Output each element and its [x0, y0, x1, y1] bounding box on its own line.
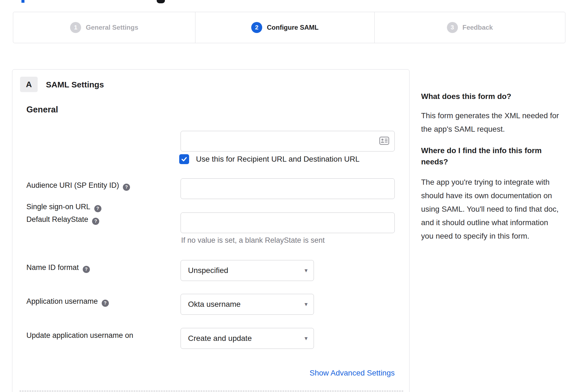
audience-uri-label: Audience URI (SP Entity ID)?	[26, 181, 130, 191]
sso-url-input[interactable]	[181, 131, 395, 151]
contact-card-icon	[379, 137, 389, 145]
step-2-badge: 2	[251, 22, 262, 33]
chevron-down-icon: ▾	[305, 335, 308, 341]
chevron-down-icon: ▾	[305, 301, 308, 307]
sso-url-label: Single sign-on URL?	[26, 203, 101, 212]
relay-state-hint: If no value is set, a blank RelayState i…	[181, 236, 325, 245]
step-configure-saml[interactable]: 2 Configure SAML	[195, 12, 374, 43]
audience-uri-input[interactable]	[181, 178, 395, 199]
cropped-header-accent	[21, 0, 24, 3]
chevron-down-icon: ▾	[305, 267, 308, 274]
recipient-url-checkbox[interactable]	[179, 154, 189, 164]
name-id-format-select[interactable]: Unspecified ▾	[181, 260, 314, 281]
step-3-badge: 3	[447, 22, 458, 33]
recipient-url-checkbox-row: Use this for Recipient URL and Destinati…	[179, 154, 360, 164]
help-icon[interactable]: ?	[102, 300, 109, 307]
help-icon[interactable]: ?	[123, 184, 130, 191]
step-1-badge: 1	[70, 22, 81, 33]
step-1-label: General Settings	[86, 24, 138, 31]
step-feedback[interactable]: 3 Feedback	[374, 12, 565, 43]
relay-state-label: Default RelayState?	[26, 215, 99, 225]
section-dashed-divider	[20, 391, 403, 391]
app-username-select[interactable]: Okta username ▾	[181, 294, 314, 315]
relay-state-input[interactable]	[181, 212, 395, 233]
name-id-format-label: Name ID format?	[26, 263, 90, 273]
app-username-label: Application username?	[26, 297, 109, 307]
update-username-value: Create and update	[188, 334, 252, 343]
section-a-badge: A	[20, 77, 38, 92]
step-general-settings[interactable]: 1 General Settings	[13, 12, 195, 43]
app-username-value: Okta username	[188, 300, 240, 309]
section-title: SAML Settings	[46, 80, 104, 89]
wizard-stepper: 1 General Settings 2 Configure SAML 3 Fe…	[13, 12, 565, 43]
help-icon[interactable]: ?	[83, 266, 90, 273]
name-id-format-value: Unspecified	[188, 266, 228, 275]
checkmark-icon	[181, 156, 188, 163]
help-icon[interactable]: ?	[94, 205, 101, 212]
recipient-url-checkbox-label: Use this for Recipient URL and Destinati…	[196, 155, 360, 164]
step-2-label: Configure SAML	[267, 24, 319, 31]
saml-settings-card: A SAML Settings General Single sign-on U…	[12, 69, 410, 392]
sidebar-body-what: This form generates the XML needed for t…	[421, 109, 561, 136]
sidebar-body-where: The app you're trying to integrate with …	[421, 175, 561, 243]
update-username-label: Update application username on	[26, 331, 133, 340]
update-username-select[interactable]: Create and update ▾	[181, 328, 314, 349]
help-icon[interactable]: ?	[92, 218, 99, 225]
show-advanced-settings-link[interactable]: Show Advanced Settings	[309, 369, 395, 377]
sidebar-heading-where: Where do I find the info this form needs…	[421, 145, 556, 167]
sidebar-heading-what: What does this form do?	[421, 91, 556, 102]
step-3-label: Feedback	[463, 24, 493, 31]
general-group-title: General	[26, 105, 58, 115]
cropped-header-icon	[157, 0, 165, 3]
